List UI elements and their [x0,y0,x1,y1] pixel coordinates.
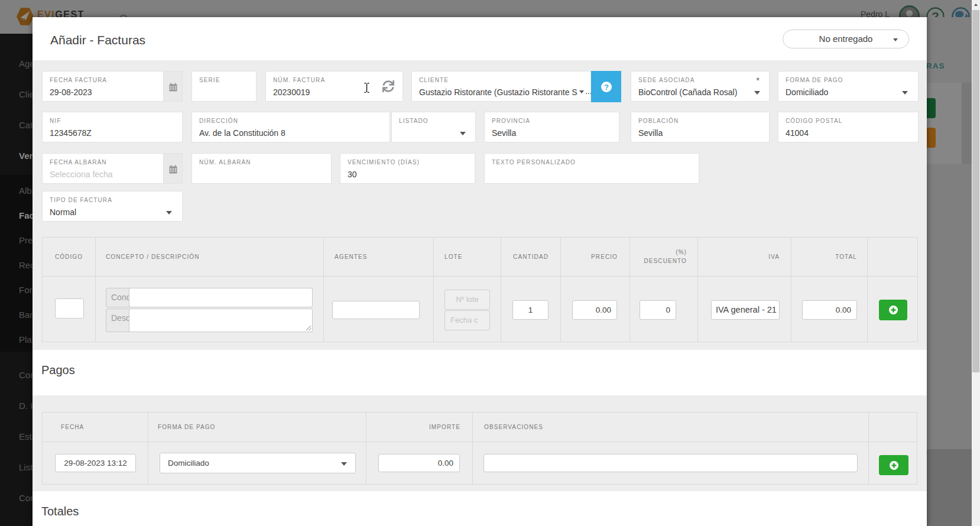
svg-text:?: ? [604,83,609,92]
